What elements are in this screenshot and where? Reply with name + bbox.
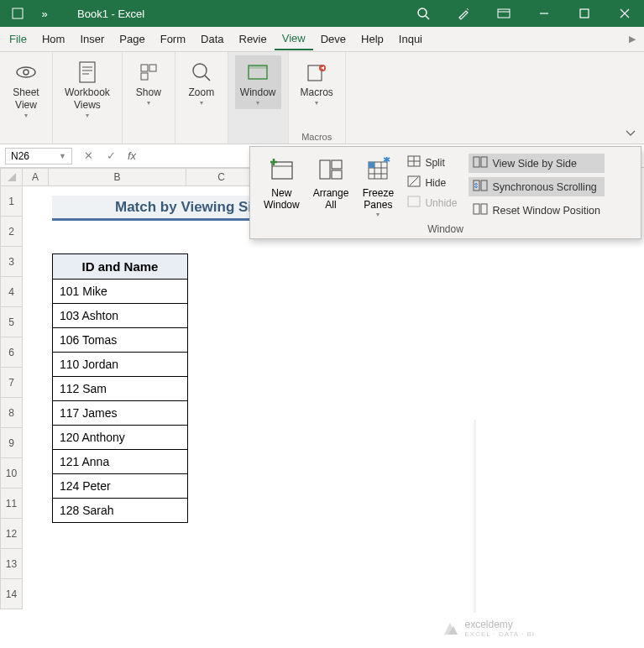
table-row[interactable]: 106 Tomas [53, 328, 187, 353]
sheet-view-button[interactable]: Sheet View ▾ [7, 55, 45, 122]
synchronous-scrolling-button[interactable]: Synchronous Scrolling [469, 177, 605, 196]
row-header[interactable]: 1 [0, 186, 23, 217]
svg-rect-49 [481, 180, 487, 191]
table-row[interactable]: 124 Peter [53, 474, 187, 499]
table-row[interactable]: 101 Mike [53, 280, 187, 304]
tab-scroll-right-icon[interactable]: ▶ [622, 34, 642, 44]
zoom-icon [187, 58, 216, 86]
new-window-label: New Window [264, 187, 300, 211]
svg-line-44 [410, 177, 418, 186]
show-icon [134, 58, 163, 86]
tab-formulas[interactable]: Form [153, 29, 193, 50]
row-header[interactable]: 10 [0, 458, 23, 489]
hide-button[interactable]: Hide [404, 174, 460, 191]
eye-icon [12, 58, 40, 86]
row-header[interactable]: 13 [0, 549, 23, 579]
select-all-button[interactable] [0, 168, 23, 186]
maximize-button[interactable] [565, 0, 604, 27]
tab-help[interactable]: Help [353, 29, 391, 50]
svg-rect-38 [369, 162, 374, 168]
unhide-icon [407, 196, 421, 210]
chevron-down-icon: ▾ [200, 99, 203, 107]
macros-button[interactable]: Macros ▾ [296, 55, 338, 109]
row-header[interactable]: 12 [0, 519, 23, 549]
show-button[interactable]: Show ▾ [129, 55, 168, 109]
table-row[interactable]: 110 Jordan [53, 353, 187, 377]
table-row[interactable]: 103 Ashton [53, 304, 187, 328]
freeze-panes-button[interactable]: ✱ Freeze Panes ▾ [355, 152, 401, 220]
table-row[interactable]: 112 Sam [53, 377, 187, 401]
close-button[interactable] [605, 0, 644, 27]
row-header[interactable]: 9 [0, 428, 23, 458]
svg-rect-17 [149, 65, 156, 71]
split-button[interactable]: Split [404, 154, 460, 171]
logo-icon [441, 619, 459, 638]
ribbon-group-macros: Macros ▾ Macros [289, 52, 346, 144]
arrange-all-icon [315, 154, 347, 186]
view-side-by-side-button[interactable]: View Side by Side [469, 154, 605, 173]
column-header[interactable]: B [49, 168, 186, 186]
table-row[interactable]: 128 Sarah [53, 499, 187, 522]
row-header[interactable]: 2 [0, 217, 23, 247]
cancel-formula-icon[interactable]: ✕ [77, 149, 100, 162]
table-row[interactable]: 120 Anthony [53, 426, 187, 450]
accept-formula-icon[interactable]: ✓ [100, 149, 123, 162]
tab-inquire[interactable]: Inqui [391, 29, 430, 50]
row-header[interactable]: 6 [0, 337, 23, 368]
macros-icon [302, 58, 331, 86]
minimize-button[interactable] [525, 0, 563, 27]
name-box[interactable]: N26 ▼ [5, 148, 72, 165]
ribbon: Sheet View ▾ Workbook Views ▾ Show ▾ Zoo… [0, 52, 644, 144]
tab-insert[interactable]: Inser [72, 29, 112, 50]
tab-home[interactable]: Hom [34, 29, 72, 50]
fx-icon[interactable]: fx [123, 149, 141, 162]
macros-label: Macros [301, 86, 333, 99]
svg-rect-47 [481, 157, 487, 167]
svg-line-3 [467, 8, 469, 10]
row-header[interactable]: 11 [0, 489, 23, 519]
window-button[interactable]: Window ▾ [235, 55, 281, 109]
chevron-down-icon: ▾ [147, 99, 150, 107]
table-row[interactable]: 121 Anna [53, 450, 187, 474]
row-header[interactable]: 3 [0, 247, 23, 277]
svg-rect-51 [474, 204, 479, 214]
window-icon [243, 58, 272, 86]
svg-rect-0 [13, 8, 23, 18]
svg-rect-12 [80, 62, 95, 82]
app-title: Book1 - Excel [77, 8, 144, 20]
autosave-icon[interactable] [8, 4, 27, 23]
freeze-panes-label: Freeze Panes [363, 187, 394, 211]
split-label: Split [425, 157, 444, 169]
row-header[interactable]: 5 [0, 307, 23, 337]
column-header[interactable]: A [23, 168, 49, 186]
tab-view[interactable]: View [275, 28, 313, 50]
table-row[interactable]: 117 James [53, 401, 187, 426]
chevron-down-icon: ▾ [86, 112, 89, 119]
app-mode-icon[interactable] [484, 0, 523, 27]
row-header[interactable]: 8 [0, 398, 23, 428]
svg-line-20 [205, 76, 210, 81]
workbook-views-button[interactable]: Workbook Views ▾ [60, 55, 115, 122]
zoom-button[interactable]: Zoom ▾ [182, 55, 221, 109]
search-icon[interactable] [404, 0, 442, 27]
arrange-all-label: Arrange All [313, 187, 349, 211]
tab-data[interactable]: Data [193, 29, 231, 50]
tab-developer[interactable]: Deve [313, 29, 353, 50]
column-header[interactable]: C [186, 168, 257, 186]
arrange-all-button[interactable]: Arrange All [306, 152, 356, 212]
row-header[interactable]: 14 [0, 579, 23, 609]
zoom-label: Zoom [188, 86, 214, 99]
quick-more-icon[interactable]: » [35, 4, 54, 23]
row-header[interactable]: 4 [0, 277, 23, 307]
tab-page-layout[interactable]: Page [112, 29, 152, 50]
collapse-ribbon-icon[interactable] [617, 122, 644, 144]
tab-file[interactable]: File [2, 29, 34, 50]
reset-window-position-button[interactable]: Reset Window Position [469, 201, 605, 220]
new-window-icon [265, 154, 297, 186]
tab-review[interactable]: Revie [232, 29, 275, 50]
svg-rect-52 [481, 204, 487, 214]
new-window-button[interactable]: New Window [257, 152, 306, 212]
row-header[interactable]: 7 [0, 368, 23, 398]
svg-rect-16 [141, 65, 148, 71]
brush-icon[interactable] [444, 0, 483, 27]
